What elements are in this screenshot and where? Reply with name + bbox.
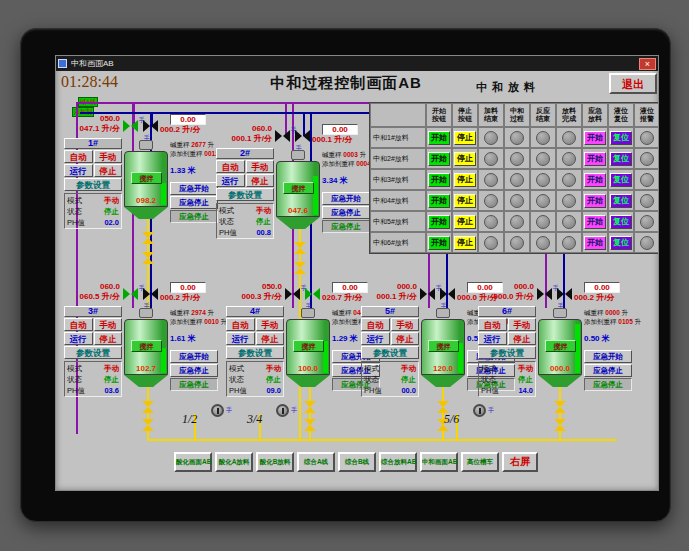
table-cell: 开始 — [582, 148, 608, 169]
discharge-done-lamp — [562, 215, 576, 229]
table-cell: 开始 — [582, 232, 608, 253]
table-column-header: 停止 按钮 — [452, 103, 478, 127]
table-column-header: 开始 按钮 — [426, 103, 452, 127]
nav-button[interactable]: 综合A线 — [297, 452, 335, 472]
nav-button[interactable]: 酸化A放料 — [215, 452, 253, 472]
discharge-done-lamp — [562, 194, 576, 208]
level-reset-button[interactable]: 复位 — [610, 131, 632, 145]
level-reset-button[interactable]: 复位 — [610, 236, 632, 250]
table-row-label: 中和5#放料 — [370, 211, 426, 232]
table-column-header: 反应 结束 — [530, 103, 556, 127]
table-cell: 开始 — [426, 232, 452, 253]
table-cell: 开始 — [426, 127, 452, 148]
table-cell: 复位 — [608, 232, 634, 253]
nav-button[interactable]: 中和画面AB — [420, 452, 458, 472]
reaction-done-lamp — [536, 173, 550, 187]
table-column-header: 加料 结束 — [478, 103, 504, 127]
stop-button[interactable]: 停止 — [454, 236, 476, 250]
table-cell — [478, 169, 504, 190]
table-cell: 开始 — [582, 169, 608, 190]
emergency-discharge-button[interactable]: 开始 — [584, 215, 606, 229]
discharge-done-lamp — [562, 131, 576, 145]
reaction-done-lamp — [536, 152, 550, 166]
table-cell — [634, 232, 659, 253]
stop-button[interactable]: 停止 — [454, 215, 476, 229]
table-cell — [634, 127, 659, 148]
start-button[interactable]: 开始 — [428, 131, 450, 145]
table-cell — [504, 211, 530, 232]
level-alarm-lamp — [640, 194, 654, 208]
table-cell — [556, 148, 582, 169]
emergency-discharge-button[interactable]: 开始 — [584, 236, 606, 250]
stop-button[interactable]: 停止 — [454, 173, 476, 187]
start-button[interactable]: 开始 — [428, 173, 450, 187]
manual-tag: 手 — [226, 406, 232, 415]
feed-done-lamp — [484, 131, 498, 145]
table-cell: 开始 — [426, 148, 452, 169]
table-cell: 停止 — [452, 169, 478, 190]
level-alarm-lamp — [640, 131, 654, 145]
table-column-header: 放料 完成 — [556, 103, 582, 127]
discharge-done-lamp — [562, 236, 576, 250]
stop-button[interactable]: 停止 — [454, 131, 476, 145]
nav-button[interactable]: 酸化画面AB — [174, 452, 212, 472]
table-cell — [504, 169, 530, 190]
start-button[interactable]: 开始 — [428, 236, 450, 250]
pump-pair-label: 1/2 — [182, 412, 197, 427]
table-column-header: 中和 过程 — [504, 103, 530, 127]
reaction-done-lamp — [536, 194, 550, 208]
table-cell: 开始 — [582, 211, 608, 232]
start-button[interactable]: 开始 — [428, 152, 450, 166]
nav-button[interactable]: 右屏 — [502, 452, 538, 472]
nav-button[interactable]: 综合放料AB — [379, 452, 417, 472]
nav-button[interactable]: 综合B线 — [338, 452, 376, 472]
table-cell: 开始 — [582, 190, 608, 211]
table-cell: 停止 — [452, 190, 478, 211]
table-corner — [370, 103, 426, 127]
emergency-discharge-button[interactable]: 开始 — [584, 152, 606, 166]
table-row-label: 中和3#放料 — [370, 169, 426, 190]
reaction-done-lamp — [536, 236, 550, 250]
table-cell: 开始 — [426, 211, 452, 232]
neutralize-lamp — [510, 131, 524, 145]
feed-done-lamp — [484, 152, 498, 166]
stop-button[interactable]: 停止 — [454, 152, 476, 166]
level-alarm-lamp — [640, 236, 654, 250]
pump-icon[interactable] — [211, 404, 224, 417]
neutralize-lamp — [510, 173, 524, 187]
table-cell — [530, 148, 556, 169]
table-cell — [478, 211, 504, 232]
table-cell: 停止 — [452, 211, 478, 232]
nav-button[interactable]: 酸化B放料 — [256, 452, 294, 472]
feed-done-lamp — [484, 215, 498, 229]
neutralize-lamp — [510, 236, 524, 250]
bottom-nav-bar: 酸化画面AB 酸化A放料 酸化B放料 综合A线 综合B线 综合放料AB 中和画面… — [174, 452, 538, 472]
nav-button[interactable]: 高位槽车 — [461, 452, 499, 472]
table-cell — [556, 211, 582, 232]
level-alarm-lamp — [640, 152, 654, 166]
pump-icon[interactable] — [473, 404, 486, 417]
level-reset-button[interactable]: 复位 — [610, 215, 632, 229]
emergency-discharge-button[interactable]: 开始 — [584, 173, 606, 187]
feed-done-lamp — [484, 236, 498, 250]
stop-button[interactable]: 停止 — [454, 194, 476, 208]
start-button[interactable]: 开始 — [428, 194, 450, 208]
level-reset-button[interactable]: 复位 — [610, 173, 632, 187]
batch-status-table: 开始 按钮 停止 按钮 加料 结束 中和 过程 反应 结束 放料 完成 应急 放… — [369, 102, 659, 254]
reaction-done-lamp — [536, 131, 550, 145]
emergency-discharge-button[interactable]: 开始 — [584, 131, 606, 145]
pump-icon[interactable] — [276, 404, 289, 417]
level-reset-button[interactable]: 复位 — [610, 194, 632, 208]
start-button[interactable]: 开始 — [428, 215, 450, 229]
level-reset-button[interactable]: 复位 — [610, 152, 632, 166]
table-column-header: 液位 复位 — [608, 103, 634, 127]
table-cell — [530, 232, 556, 253]
feed-done-lamp — [484, 194, 498, 208]
level-alarm-lamp — [640, 215, 654, 229]
table-cell — [530, 127, 556, 148]
neutralize-lamp — [510, 194, 524, 208]
table-cell: 开始 — [426, 169, 452, 190]
table-cell — [556, 232, 582, 253]
reaction-done-lamp — [536, 215, 550, 229]
emergency-discharge-button[interactable]: 开始 — [584, 194, 606, 208]
